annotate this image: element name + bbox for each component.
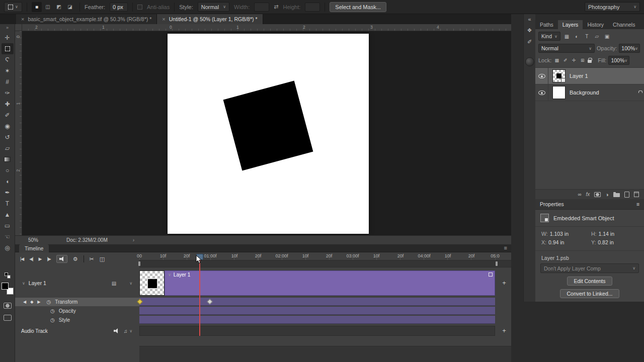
timeline-tab[interactable]: Timeline (19, 244, 49, 252)
chevron-down-icon[interactable]: ∨ (129, 329, 132, 333)
stopwatch-icon[interactable]: ◷ (50, 317, 55, 323)
opacity-property-row[interactable]: ◷ Opacity (15, 307, 139, 315)
play-button[interactable]: ▶ (39, 256, 42, 261)
new-selection-button[interactable]: ■ (32, 2, 42, 12)
audio-track-bar[interactable] (139, 326, 495, 336)
lock-pixels-icon[interactable]: ✐ (562, 58, 569, 63)
visibility-toggle[interactable] (535, 68, 548, 84)
quick-selection-tool[interactable]: ✶ (2, 65, 14, 76)
workspace-select[interactable]: Photography ∨ (585, 2, 640, 12)
video-track-header[interactable]: ∨ Layer 1 ▤ ∨ (15, 270, 139, 296)
height-input[interactable] (305, 3, 320, 12)
next-frame-button[interactable]: |▶ (47, 256, 50, 261)
subtract-selection-button[interactable]: ◩ (54, 2, 64, 12)
style-select[interactable]: Normal ∨ (198, 2, 229, 12)
zoom-level-field[interactable]: 50% (28, 237, 38, 243)
clip-thumbnail[interactable] (139, 270, 165, 296)
collapsed-panel-icon[interactable]: ✐ (527, 39, 532, 45)
transform-track[interactable] (139, 298, 495, 306)
history-brush-tool[interactable]: ↺ (2, 132, 14, 143)
canvas-viewport[interactable] (22, 31, 511, 235)
work-area-start-handle[interactable] (138, 261, 140, 266)
add-selection-button[interactable]: ◫ (43, 2, 53, 12)
hand-tool[interactable]: ☜ (2, 231, 14, 242)
default-colors-icon[interactable] (5, 273, 11, 279)
new-group-icon[interactable] (613, 193, 620, 197)
filter-smart-objects-icon[interactable]: ▣ (603, 34, 611, 39)
move-tool[interactable]: ✛ (2, 32, 14, 43)
split-clip-icon[interactable]: ✂ (90, 256, 94, 262)
brush-tool[interactable]: ✐ (2, 110, 14, 121)
width-input[interactable] (254, 3, 269, 12)
link-layers-icon[interactable]: ∞ (578, 192, 581, 197)
filter-type-layers-icon[interactable]: T (583, 34, 591, 39)
video-clip-bar[interactable]: ∨ Layer 1 (165, 270, 495, 296)
style-track[interactable] (139, 316, 495, 324)
chevron-down-icon[interactable]: ∨ (168, 273, 171, 277)
canvas[interactable] (168, 34, 369, 234)
filter-adjustment-layers-icon[interactable]: ◐ (573, 34, 581, 39)
delete-layer-icon[interactable] (634, 192, 639, 197)
zoom-tool[interactable]: ◎ (2, 242, 14, 253)
pen-tool[interactable]: ✒ (2, 187, 14, 198)
filter-pixel-layers-icon[interactable]: ▦ (563, 34, 571, 39)
layer-thumbnail[interactable] (552, 86, 566, 99)
swap-dimensions-icon[interactable]: ⇄ (274, 4, 278, 10)
rectangular-marquee-tool[interactable] (2, 43, 14, 54)
opacity-track[interactable] (139, 307, 495, 315)
previous-frame-button[interactable]: ◀| (29, 256, 33, 261)
color-swatches[interactable] (2, 283, 14, 295)
timeline-ruler[interactable]: 00 10f 20f 01:00f 10f 20f 02:00f 10f 20f… (139, 252, 511, 260)
quick-mask-button[interactable] (4, 303, 12, 309)
track-options-icon[interactable]: ▤ (112, 281, 116, 286)
new-layer-icon[interactable] (624, 192, 629, 198)
opacity-select[interactable]: 100% ∨ (619, 44, 640, 53)
screen-mode-button[interactable] (4, 315, 12, 321)
lock-position-icon[interactable]: ✛ (571, 58, 577, 63)
y-readout[interactable]: Y:0.82 in (591, 239, 638, 245)
tab-channels[interactable]: Channels (608, 20, 639, 29)
expand-toolbar-icon[interactable]: » (6, 25, 9, 32)
panel-menu-icon[interactable]: ≡ (504, 245, 507, 251)
clone-stamp-tool[interactable]: ◉ (2, 121, 14, 132)
blend-mode-select[interactable]: Normal ∨ (538, 44, 595, 53)
document-tab-active[interactable]: × Untitled-1 @ 50% (Layer 1, RGB/8*) * (157, 14, 263, 24)
status-menu-icon[interactable]: › (133, 237, 134, 243)
type-tool[interactable]: T (2, 198, 14, 209)
lock-transparency-icon[interactable]: ▩ (553, 58, 560, 63)
style-property-row[interactable]: ◷ Style (15, 316, 139, 324)
audio-track-header[interactable]: Audio Track ♫ ∨ (15, 326, 139, 336)
eyedropper-tool[interactable]: ✑ (2, 87, 14, 99)
path-selection-tool[interactable]: ▲ (2, 209, 14, 220)
eraser-tool[interactable]: ▱ (2, 143, 14, 154)
blur-tool[interactable]: ○ (2, 165, 14, 176)
lasso-tool[interactable]: Ϛ (2, 54, 14, 65)
filter-shape-layers-icon[interactable]: ▱ (593, 34, 601, 39)
collapse-dock-icon[interactable]: « (528, 16, 531, 22)
lock-artboard-icon[interactable]: ⊞ (579, 58, 586, 63)
filter-kind-select[interactable]: Kind ∨ (538, 32, 560, 41)
intersect-selection-button[interactable]: ◪ (65, 2, 75, 12)
close-icon[interactable]: × (21, 16, 24, 22)
stopwatch-icon[interactable]: ◷ (50, 308, 55, 314)
speaker-icon[interactable] (114, 328, 119, 333)
mute-audio-button[interactable] (56, 255, 67, 263)
feather-input[interactable]: 0 px (110, 3, 128, 12)
add-media-button[interactable]: + (500, 279, 508, 287)
document-tab[interactable]: × basic_smart_object_example.tif @ 50.3%… (16, 14, 157, 24)
transform-property-row[interactable]: ◀ ◆ ▶ ◷ Transform (15, 298, 139, 306)
panel-menu-icon[interactable]: ≡ (636, 201, 639, 207)
chevron-down-icon[interactable]: ∨ (22, 281, 25, 286)
layer-comp-select[interactable]: Don't Apply Layer Comp ∨ (540, 263, 639, 273)
layer-row-background[interactable]: Background (535, 84, 644, 101)
add-audio-button[interactable]: + (500, 327, 508, 335)
keyframe-diamond-icon[interactable]: ◆ (30, 300, 33, 304)
add-mask-icon[interactable] (594, 192, 601, 197)
tab-layers[interactable]: Layers (558, 20, 583, 29)
layer-style-icon[interactable]: fx (586, 192, 590, 197)
chevron-down-icon[interactable]: ∨ (129, 281, 132, 286)
dodge-tool[interactable]: ◖ (2, 176, 14, 187)
collapsed-panel-icon[interactable]: ❖ (527, 27, 532, 34)
stopwatch-icon[interactable]: ◷ (46, 299, 51, 305)
next-keyframe-icon[interactable]: ▶ (37, 300, 40, 304)
